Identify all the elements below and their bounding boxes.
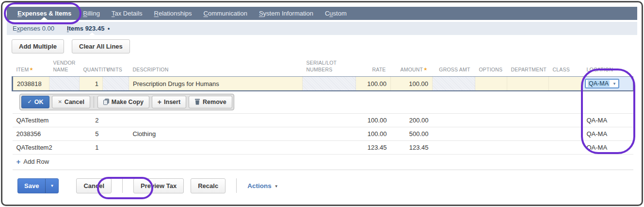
chevron-down-icon: ▼ [50,184,54,188]
edit-class-cell[interactable] [549,77,583,91]
col-header-options: OPTIONS [475,60,507,77]
edit-rate-cell[interactable]: 100.00 [356,77,391,91]
list-toolbar: Add Multiple Clear All Lines [7,39,637,53]
col-header-gross-amt: GROSS AMT [433,60,475,77]
rate-cell: 123.45 [356,140,391,154]
items-table: ITEM★ VENDOR NAME QUANTITY UNITS DESCRIP… [12,60,633,170]
check-icon: ✓ [28,99,32,105]
items-changed-bullet: • [108,25,110,32]
subtab-items[interactable]: Items 923.45 • [67,25,110,32]
description-cell: Clothing [129,127,303,140]
save-button[interactable]: Save ▼ [17,178,59,193]
preview-tax-button[interactable]: Preview Tax [133,178,184,193]
tab-billing[interactable]: Billing [77,7,106,20]
header-row: ITEM★ VENDOR NAME QUANTITY UNITS DESCRIP… [13,60,633,77]
footer-toolbar: Save ▼ Cancel Preview Tax Recalc Actions… [7,178,637,193]
col-header-class: CLASS [549,60,583,77]
col-header-item: ITEM★ [13,60,49,77]
amount-cell: 123.45 [391,140,433,154]
edit-quantity-cell[interactable]: 1 [80,77,103,91]
subtab-bar: Expenses 0.00 Items 923.45 • [7,22,637,35]
table-row[interactable]: QATestItem2 1 123.45 123.45 QA-MA [13,140,633,154]
location-cell: QA-MA [583,127,633,140]
chevron-down-icon: ▼ [274,184,278,189]
edit-item-cell[interactable]: 2038818 [13,77,49,91]
edit-units-cell [103,77,129,91]
chevron-down-icon[interactable]: ▼ [612,82,616,86]
recalc-button[interactable]: Recalc [191,178,225,193]
col-header-amount: AMOUNT★ [391,60,433,77]
description-cell [129,140,303,154]
quantity-cell: 5 [80,127,103,140]
table-row[interactable]: QATestItem 2 100.00 200.00 QA-MA [13,113,633,127]
location-cell: QA-MA [583,113,633,127]
location-cell: QA-MA [583,140,633,154]
table-row[interactable]: 2038356 5 Clothing 100.00 500.00 QA-MA [13,127,633,140]
plus-icon: + [16,158,21,165]
active-tab-caret [41,17,48,20]
save-dropdown-arrow[interactable]: ▼ [45,179,58,193]
expenses-total: 0.00 [42,25,54,32]
add-row-row: + Add Row [13,154,633,170]
rate-cell: 100.00 [356,127,391,140]
add-row-button[interactable]: + Add Row [16,158,49,165]
location-dropdown-value: QA-MA [588,80,610,87]
edit-department-cell[interactable] [507,77,549,91]
tab-bar: Expenses & Items Billing Tax Details Rel… [7,7,637,20]
edit-row: 2038818 1 Prescription Drugs for Humans … [13,77,633,91]
edit-description-cell[interactable]: Prescription Drugs for Humans [129,77,303,91]
footer-divider [236,178,237,193]
col-header-rate: RATE [356,60,391,77]
line-edit-toolbar: ✓OK ✕Cancel Make Copy +Insert Remove [19,94,234,110]
location-dropdown[interactable]: QA-MA ▼ [585,79,619,88]
rate-cell: 100.00 [356,113,391,127]
item-cell: QATestItem2 [13,140,49,154]
col-header-description: DESCRIPTION [129,60,303,77]
add-multiple-button[interactable]: Add Multiple [12,39,64,53]
actions-menu[interactable]: Actions ▼ [247,182,278,190]
tab-system-information[interactable]: System Information [253,7,319,20]
quantity-cell: 2 [80,113,103,127]
tab-custom[interactable]: Custom [319,7,353,20]
quantity-cell: 1 [80,140,103,154]
ok-button[interactable]: ✓OK [21,96,50,108]
cancel-line-button[interactable]: ✕Cancel [52,96,90,108]
col-header-vendor-name: VENDOR NAME [49,60,80,77]
required-star: ★ [29,67,33,71]
trash-icon [194,99,200,105]
edit-gross-cell [433,77,475,91]
tab-communication[interactable]: Communication [198,7,253,20]
copy-icon [103,99,109,105]
edit-location-cell: QA-MA ▼ [583,77,633,91]
cancel-button[interactable]: Cancel [76,178,112,193]
edit-amount-cell[interactable]: 100.00 [391,77,433,91]
col-header-department: DEPARTMENT [507,60,549,77]
edit-toolbar-row: ✓OK ✕Cancel Make Copy +Insert Remove [13,91,633,114]
record-panel: Expenses & Items Billing Tax Details Rel… [1,1,643,206]
col-header-quantity: QUANTITY [80,60,103,77]
col-header-units: UNITS [103,60,129,77]
tab-tax-details[interactable]: Tax Details [106,7,148,20]
remove-button[interactable]: Remove [189,96,232,108]
amount-cell: 500.00 [391,127,433,140]
edit-vendor-cell [49,77,80,91]
amount-cell: 200.00 [391,113,433,127]
toolbar-divider [94,96,94,108]
edit-options-cell[interactable] [475,77,507,91]
col-header-location: LOCATION [583,60,633,77]
plus-icon: + [158,98,161,106]
items-total: 923.45 [85,25,105,32]
edit-serial-cell [303,77,356,91]
tab-relationships[interactable]: Relationships [148,7,198,20]
subtab-expenses[interactable]: Expenses 0.00 [13,25,54,32]
active-subtab-caret [89,33,95,35]
insert-button[interactable]: +Insert [152,96,186,108]
item-cell: QATestItem [13,113,49,127]
x-icon: ✕ [58,99,62,104]
description-cell [129,113,303,127]
required-star: ★ [423,67,427,71]
clear-all-lines-button[interactable]: Clear All Lines [72,39,130,53]
make-copy-button[interactable]: Make Copy [97,96,149,108]
footer-divider [122,178,123,193]
item-cell: 2038356 [13,127,49,140]
